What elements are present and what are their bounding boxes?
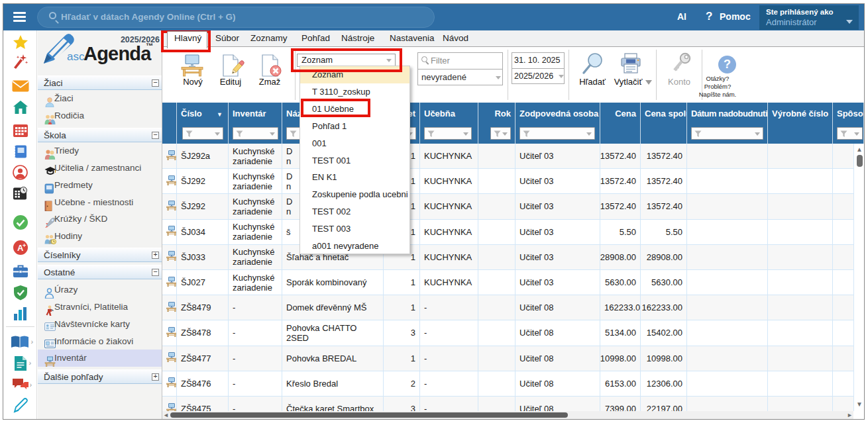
svg-text:asc: asc — [67, 50, 85, 63]
svg-text:Agenda: Agenda — [83, 43, 152, 64]
svg-text:+: + — [23, 242, 26, 249]
svg-text:™: ™ — [146, 42, 153, 50]
